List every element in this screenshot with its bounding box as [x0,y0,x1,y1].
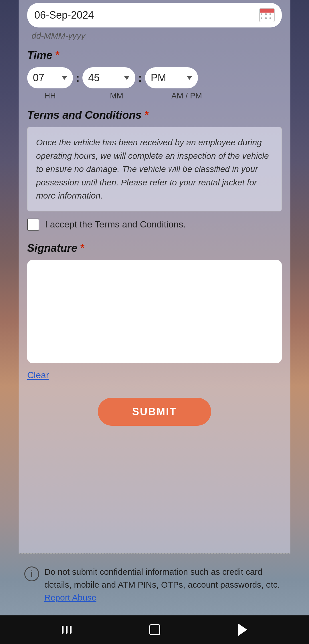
time-row: 07 : 45 : PM [27,67,282,88]
time-label: Time * [27,49,282,62]
terms-text: Once the vehicle has been received by an… [36,136,273,203]
terms-required-star: * [144,109,149,121]
signature-required-star: * [80,242,85,254]
footer-text: Do not submit confidential information s… [44,565,285,604]
terms-box: Once the vehicle has been received by an… [27,127,282,211]
hour-value: 07 [33,72,59,84]
minute-chevron-icon [124,76,130,80]
checkbox-row: I accept the Terms and Conditions. [27,219,282,231]
date-input-wrapper[interactable]: 06-Sep-2024 [27,3,282,27]
nav-back-button[interactable] [238,623,247,636]
hh-sub-label: HH [27,91,73,100]
form-divider [19,553,290,554]
time-colon-2: : [138,72,142,84]
checkbox-label: I accept the Terms and Conditions. [45,219,186,230]
back-icon [238,623,247,636]
mm-sub-label: MM [90,91,143,100]
clear-button[interactable]: Clear [27,370,49,381]
signature-section: Signature * Clear [27,242,282,398]
submit-btn-wrapper: SUBMIT [27,398,282,426]
ampm-value: PM [151,72,184,84]
nav-bar [0,615,309,644]
calendar-icon[interactable] [259,8,275,22]
submit-button[interactable]: SUBMIT [98,398,211,426]
nav-menu-button[interactable] [62,626,72,634]
minute-value: 45 [88,72,121,84]
ampm-sub-label: AM / PM [160,91,213,100]
ampm-chevron-icon [187,76,192,80]
page-container: 06-Sep-2024 dd-MMM-yyyy Tim [0,0,309,644]
form-container: 06-Sep-2024 dd-MMM-yyyy Tim [19,0,290,553]
footer-info: i Do not submit confidential information… [19,565,290,604]
minute-select[interactable]: 45 [82,67,135,88]
date-section: 06-Sep-2024 dd-MMM-yyyy [27,0,282,41]
time-colon-1: : [76,72,80,84]
date-format-hint: dd-MMM-yyyy [31,31,282,41]
ampm-select[interactable]: PM [145,67,198,88]
report-abuse-link[interactable]: Report Abuse [44,593,96,602]
terms-section: Terms and Conditions * Once the vehicle … [27,109,282,231]
terms-label: Terms and Conditions * [27,109,282,121]
hour-select[interactable]: 07 [27,67,73,88]
time-required-star: * [56,49,60,61]
signature-label: Signature * [27,242,282,254]
signature-canvas[interactable] [27,260,282,363]
nav-home-button[interactable] [149,624,160,635]
date-value: 06-Sep-2024 [34,9,259,21]
terms-checkbox[interactable] [27,219,39,231]
time-labels-row: HH MM AM / PM [27,91,282,100]
time-section: Time * 07 : 45 : PM [27,49,282,100]
home-icon [149,624,160,635]
menu-icon [62,626,72,634]
info-icon: i [24,566,39,581]
hour-chevron-icon [62,76,67,80]
